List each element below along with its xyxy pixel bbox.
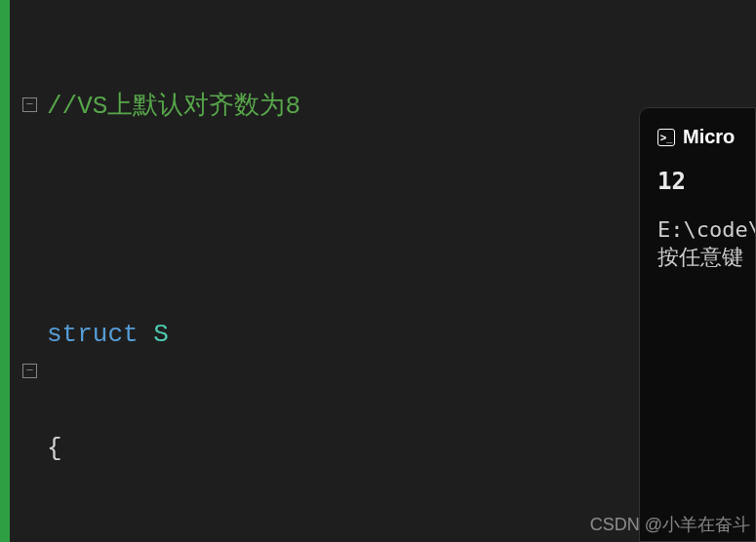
fold-toggle-icon[interactable]: − [22, 97, 37, 112]
console-window: >_ Micro 12 E:\code\ 按任意键 [639, 107, 756, 542]
fold-toggle-icon[interactable]: − [22, 364, 37, 378]
console-output[interactable]: 12 E:\code\ 按任意键 [657, 168, 743, 271]
output-value: 12 [657, 168, 743, 195]
type-name: S [153, 316, 169, 354]
code-content[interactable]: //VS上默认对齐数为8 struct S { char c1; int n; … [47, 12, 626, 542]
watermark-text: CSDN @小羊在奋斗 [590, 513, 750, 536]
console-title: Micro [683, 126, 735, 148]
comment-text: //VS上默认对齐数为8 [47, 88, 300, 126]
output-prompt: 按任意键 [657, 244, 743, 271]
fold-gutter: − − [22, 0, 40, 542]
brace: { [47, 430, 62, 468]
keyword-struct: struct [47, 316, 139, 354]
output-path: E:\code\ [657, 216, 743, 244]
terminal-icon: >_ [657, 129, 675, 146]
console-titlebar[interactable]: >_ Micro [657, 126, 743, 148]
change-indicator-bar [0, 0, 10, 542]
